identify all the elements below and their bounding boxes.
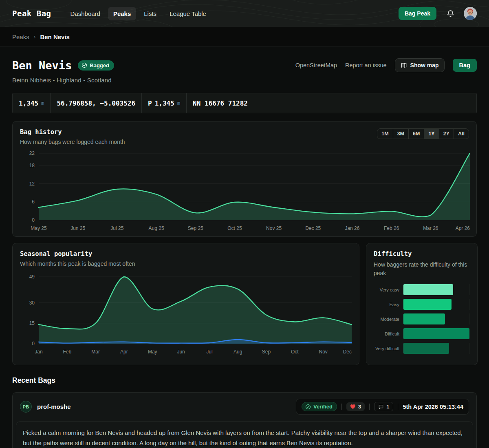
check-circle-icon [305, 404, 311, 410]
recent-bag-card: PB prof-moshe Verified 3 [12, 392, 477, 448]
difficulty-bar-track [403, 343, 470, 354]
nav-item-dashboard[interactable]: Dashboard [65, 7, 106, 20]
range-1m-button[interactable]: 1M [377, 129, 392, 139]
svg-text:Aug: Aug [233, 349, 242, 355]
difficulty-row: Difficult [374, 328, 470, 339]
openstreetmap-link[interactable]: OpenStreetMap [295, 62, 337, 68]
difficulty-label: Difficult [374, 331, 403, 336]
bag-history-chart: 06121822May 25Jun 25Jul 25Aug 25Sep 25Oc… [20, 148, 470, 232]
bag-meta-bar: Verified 3 1 5th Apr 2026 05:1 [296, 399, 469, 415]
difficulty-bar [403, 313, 445, 324]
nav-item-lists[interactable]: Lists [139, 7, 162, 20]
seasonal-popularity-chart: 0153049JanFebMarAprMayJunJulAugSepOctNov… [20, 272, 352, 356]
difficulty-bar [403, 328, 469, 339]
range-2y-button[interactable]: 2Y [439, 129, 454, 139]
svg-text:Apr: Apr [120, 349, 128, 355]
svg-text:Feb 26: Feb 26 [384, 225, 399, 231]
svg-text:12: 12 [29, 181, 35, 187]
svg-text:Jan 26: Jan 26 [345, 225, 359, 231]
range-3m-button[interactable]: 3M [393, 129, 408, 139]
chevron-right-icon: › [34, 33, 36, 40]
difficulty-bar-track [403, 284, 470, 295]
show-map-button[interactable]: Show map [395, 58, 445, 72]
svg-text:Apr 26: Apr 26 [456, 225, 470, 231]
heart-icon [350, 404, 356, 409]
svg-text:Jul 25: Jul 25 [110, 225, 123, 231]
bag-button[interactable]: Bag [453, 59, 477, 72]
peak-stats-bar: 1,345m 56.796858, −5.003526 P 1,345m NN … [12, 93, 477, 113]
bagger-avatar[interactable]: PB [20, 401, 32, 413]
comment-icon [378, 404, 384, 410]
comments-pill[interactable]: 1 [374, 402, 393, 411]
breadcrumb-current: Ben Nevis [40, 33, 70, 40]
page-title: Ben Nevis [12, 59, 72, 72]
stat-grid-reference: NN 16676 71282 [187, 93, 254, 113]
difficulty-row: Very difficult [374, 343, 470, 354]
svg-text:May: May [148, 349, 157, 355]
svg-text:0: 0 [32, 341, 35, 346]
peak-subtitle: Beinn Nibheis - Highland - Scotland [12, 77, 477, 84]
stat-elevation: 1,345m [13, 93, 51, 113]
svg-text:Mar 26: Mar 26 [423, 225, 438, 231]
difficulty-subtitle: How baggers rate the difficulty of this … [374, 260, 470, 278]
bagged-badge: Bagged [78, 60, 114, 71]
difficulty-bar-track [403, 313, 470, 324]
bag-history-title: Bag history [20, 128, 125, 136]
svg-text:Dec 25: Dec 25 [305, 225, 321, 231]
difficulty-label: Easy [374, 302, 403, 307]
svg-text:Nov 25: Nov 25 [266, 225, 282, 231]
notifications-bell-icon[interactable] [446, 9, 455, 18]
stat-coordinates: 56.796858, −5.003526 [51, 93, 142, 113]
svg-text:Sep 25: Sep 25 [188, 225, 203, 231]
difficulty-row: Easy [374, 299, 470, 310]
user-avatar[interactable] [464, 7, 477, 20]
app-logo[interactable]: Peak Bag [12, 9, 51, 18]
bag-timestamp: 5th Apr 2026 05:13:44 [403, 404, 463, 410]
svg-text:0: 0 [32, 217, 35, 223]
peak-header: Ben Nevis Bagged OpenStreetMap Report an… [12, 58, 477, 72]
report-issue-link[interactable]: Report an issue [345, 62, 387, 68]
svg-text:May 25: May 25 [31, 225, 47, 231]
nav-item-peaks[interactable]: Peaks [108, 7, 136, 20]
difficulty-label: Moderate [374, 317, 403, 322]
svg-text:Aug 25: Aug 25 [149, 225, 164, 231]
difficulty-row: Moderate [374, 313, 470, 324]
svg-text:18: 18 [29, 163, 35, 168]
svg-text:22: 22 [29, 150, 35, 156]
svg-text:49: 49 [29, 274, 35, 280]
nav-item-league-table[interactable]: League Table [164, 7, 211, 20]
main-nav-links: Dashboard Peaks Lists League Table [65, 7, 211, 20]
svg-text:Mar: Mar [91, 349, 100, 355]
difficulty-bar-track [403, 328, 470, 339]
difficulty-row: Very easy [374, 284, 470, 295]
svg-text:Oct 25: Oct 25 [227, 225, 242, 231]
verified-badge: Verified [302, 402, 337, 411]
difficulty-card: Difficulty How baggers rate the difficul… [366, 243, 478, 365]
range-6m-button[interactable]: 6M [408, 129, 424, 139]
svg-text:Jun: Jun [177, 349, 185, 355]
difficulty-bar [403, 299, 452, 310]
svg-text:Jan: Jan [35, 349, 42, 355]
stat-prominence: P 1,345m [142, 93, 187, 113]
range-all-button[interactable]: All [454, 129, 469, 139]
bag-review: Picked a calm morning for Ben Nevis and … [16, 422, 473, 448]
svg-text:Jul: Jul [206, 349, 212, 355]
svg-text:6: 6 [32, 199, 35, 205]
svg-text:15: 15 [29, 320, 35, 326]
difficulty-title: Difficulty [374, 250, 470, 258]
difficulty-bar-track [403, 299, 470, 310]
seasonal-popularity-card: Seasonal popularity Which months this pe… [12, 243, 359, 365]
likes-pill[interactable]: 3 [346, 402, 365, 411]
breadcrumb: Peaks › Ben Nevis [0, 27, 489, 47]
seasonal-subtitle: Which months this peak is bagged most of… [20, 260, 352, 267]
svg-text:Nov: Nov [319, 349, 328, 355]
svg-text:30: 30 [29, 300, 35, 306]
bagger-username[interactable]: prof-moshe [37, 403, 71, 410]
bag-peak-button[interactable]: Bag Peak [399, 7, 436, 20]
range-1y-button[interactable]: 1Y [424, 129, 438, 139]
breadcrumb-parent[interactable]: Peaks [12, 33, 29, 40]
map-icon [401, 62, 407, 68]
time-range-control: 1M 3M 6M 1Y 2Y All [377, 128, 469, 139]
top-nav: Peak Bag Dashboard Peaks Lists League Ta… [0, 0, 489, 27]
difficulty-bar [403, 284, 453, 295]
